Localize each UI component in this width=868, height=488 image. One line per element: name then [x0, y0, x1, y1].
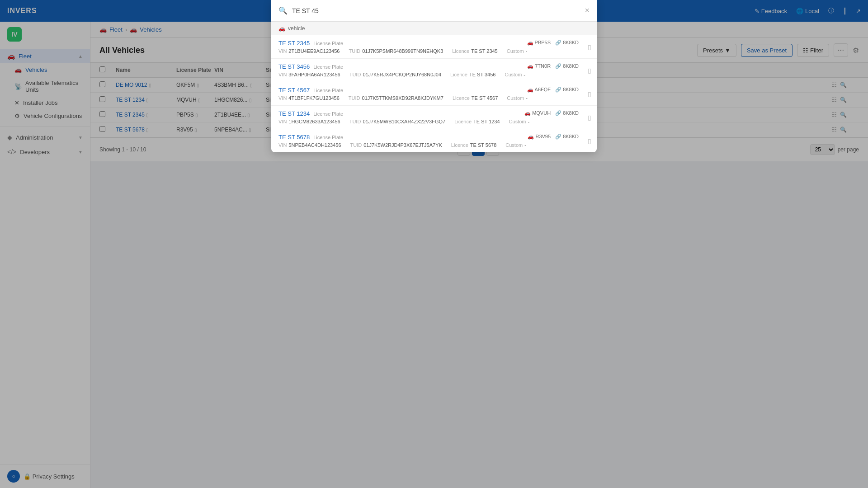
result-type: License Plate — [313, 88, 343, 93]
result-meta: VIN 1HGCM82633A123456 TUID 01J7K5MWB10CX… — [278, 119, 590, 124]
search-result-item[interactable]: TE ST 3456 License Plate VIN 3FAHP0HA6AR… — [271, 59, 597, 82]
search-result-item[interactable]: TE ST 2345 License Plate VIN 2T1BU4EE9AC… — [271, 35, 597, 59]
search-close-button[interactable]: × — [585, 6, 590, 15]
search-result-item[interactable]: TE ST 5678 License Plate VIN 5NPEB4AC4DH… — [271, 129, 597, 152]
tuid-badge: 🔗 8K8KD — [555, 110, 579, 116]
result-badges: 🚗 MQVUH 🔗 8K8KD — [524, 110, 579, 116]
result-badges: 🚗 R3V95 🔗 8K8KD — [528, 134, 579, 140]
result-badges: 🚗 PBP5S 🔗 8K8KD — [527, 40, 579, 46]
tuid-badge: 🔗 8K8KD — [555, 87, 579, 93]
search-modal-icon: 🔍 — [278, 6, 288, 15]
result-type: License Plate — [313, 111, 343, 117]
copy-icon[interactable]: ▯ — [588, 137, 591, 145]
result-meta: VIN 3FAHP0HA6AR123456 TUID 01J7K5RJX4PCK… — [278, 72, 590, 77]
result-name: TE ST 2345 — [278, 40, 310, 47]
result-type: License Plate — [313, 64, 343, 70]
copy-icon[interactable]: ▯ — [588, 67, 591, 74]
result-meta: VIN 4T1BF1FK7GU123456 TUID 01J7K5TTKMS9X… — [278, 95, 590, 101]
result-name: TE ST 3456 — [278, 63, 310, 70]
result-name: TE ST 5678 — [278, 134, 310, 141]
search-input-row: 🔍 × — [271, 0, 597, 22]
search-result-item[interactable]: TE ST 4567 License Plate VIN 4T1BF1FK7GU… — [271, 82, 597, 106]
result-badges: 🚗 7TN0R 🔗 8K8KD — [527, 63, 579, 69]
tuid-badge: 🔗 8K8KD — [555, 40, 579, 46]
copy-icon[interactable]: ▯ — [588, 43, 591, 51]
result-name: TE ST 1234 — [278, 110, 310, 117]
tuid-badge: 🔗 8K8KD — [555, 134, 579, 140]
search-modal: 🔍 × 🚗 vehicle TE ST 2345 License Plate V… — [271, 0, 597, 152]
search-result-item[interactable]: TE ST 1234 License Plate VIN 1HGCM82633A… — [271, 106, 597, 129]
truck-icon: 🚗 — [278, 25, 285, 32]
license-badge: 🚗 PBP5S — [527, 40, 551, 46]
search-input[interactable] — [292, 7, 580, 14]
copy-icon[interactable]: ▯ — [588, 114, 591, 121]
license-badge: 🚗 A6FQF — [527, 87, 551, 93]
result-meta: VIN 5NPEB4AC4DH123456 TUID 01J7K5W2RJD4P… — [278, 142, 590, 148]
tuid-badge: 🔗 8K8KD — [555, 63, 579, 69]
result-badges: 🚗 A6FQF 🔗 8K8KD — [527, 87, 579, 93]
copy-icon[interactable]: ▯ — [588, 90, 591, 98]
result-meta: VIN 2T1BU4EE9AC123456 TUID 01J7K5PSMR648… — [278, 48, 590, 54]
result-name: TE ST 4567 — [278, 87, 310, 94]
search-category-vehicle: 🚗 vehicle — [271, 22, 597, 35]
license-badge: 🚗 MQVUH — [524, 110, 551, 116]
result-type: License Plate — [313, 41, 343, 46]
license-badge: 🚗 7TN0R — [527, 63, 551, 69]
result-type: License Plate — [313, 135, 343, 140]
license-badge: 🚗 R3V95 — [528, 134, 551, 140]
